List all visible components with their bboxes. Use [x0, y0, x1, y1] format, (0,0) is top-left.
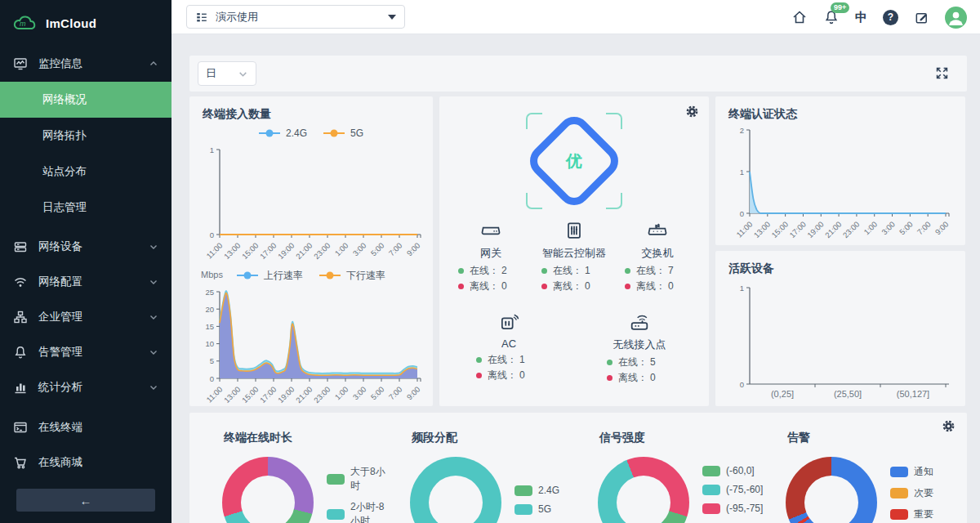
- org-selector-value: 演示使用: [216, 10, 381, 25]
- gateway-icon: [479, 219, 502, 242]
- switch-icon: [646, 219, 669, 242]
- alarm-section: 告警 通知次要重要: [766, 424, 954, 523]
- legend-item[interactable]: 5G: [514, 503, 559, 515]
- viewfinder-corner: [606, 193, 622, 209]
- device-offline-stat: 离线：0: [458, 279, 523, 294]
- settings-button[interactable]: [685, 105, 699, 122]
- language-toggle[interactable]: 中: [855, 10, 867, 25]
- legend-label: (-75,-60]: [726, 484, 763, 495]
- sidebar-item-alarm-management[interactable]: 告警管理: [0, 334, 172, 369]
- svg-text:19:00: 19:00: [276, 241, 296, 262]
- legend-item[interactable]: 2.4G: [514, 485, 559, 496]
- svg-text:0: 0: [210, 230, 214, 239]
- sidebar-item-monitoring[interactable]: 监控信息: [0, 46, 172, 82]
- svg-text:9:00: 9:00: [933, 220, 951, 237]
- svg-text:7:00: 7:00: [387, 385, 404, 402]
- legend-item[interactable]: 2小时-8小时: [327, 500, 390, 523]
- app-logo[interactable]: m ImCloud: [0, 0, 172, 46]
- active-devices-card: 活跃设备 01(0,25](25,50](50,127]: [715, 251, 965, 406]
- online-duration-section: 终端在线时长 大于8小时2小时-8小时30分钟-2小时: [203, 424, 390, 523]
- svg-text:15:00: 15:00: [240, 385, 261, 405]
- online-duration-legend: 大于8小时2小时-8小时30分钟-2小时: [327, 465, 390, 523]
- online-duration-donut: [222, 457, 314, 523]
- legend-item[interactable]: (-60,0]: [702, 465, 763, 476]
- alarm-legend: 通知次要重要: [890, 465, 933, 521]
- dashboard-control-bar: 日: [189, 56, 967, 92]
- legend-label: 5G: [350, 127, 363, 139]
- help-button[interactable]: ?: [883, 10, 898, 25]
- legend-marker: [702, 466, 720, 476]
- legend-item[interactable]: (-95,-75]: [702, 503, 763, 514]
- legend-item[interactable]: 通知: [890, 465, 933, 479]
- svg-text:2: 2: [740, 126, 744, 135]
- offline-dot: [458, 284, 464, 289]
- sidebar-item-enterprise-management[interactable]: 企业管理: [0, 299, 172, 334]
- terminal-access-legend: 2.4G5G: [189, 123, 433, 143]
- topbar: 演示使用 99+ 中 ?: [172, 0, 980, 34]
- health-grade-text: 优: [566, 150, 582, 172]
- svg-text:1:00: 1:00: [333, 241, 350, 258]
- org-selector-dropdown[interactable]: 演示使用: [186, 5, 405, 29]
- sidebar-item-log-management[interactable]: 日志管理: [0, 190, 172, 226]
- legend-label: (-60,0]: [726, 465, 755, 476]
- svg-text:1: 1: [210, 145, 214, 154]
- device-name: AC: [501, 337, 516, 350]
- sidebar-item-label: 统计分析: [38, 380, 82, 395]
- svg-text:15:00: 15:00: [769, 220, 790, 240]
- device-status-row-1: 网关 在线：2 离线：0 智能云控制器 在线：1 离线：0: [439, 219, 709, 294]
- device-offline-stat: 离线：0: [607, 370, 672, 386]
- distribution-card: 终端在线时长 大于8小时2小时-8小时30分钟-2小时 频段分配 2.4G5G …: [189, 413, 967, 523]
- svg-text:7:00: 7:00: [387, 241, 404, 258]
- sidebar-item-site-distribution[interactable]: 站点分布: [0, 154, 172, 190]
- online-dot: [458, 268, 464, 274]
- legend-item[interactable]: (-75,-60]: [702, 484, 763, 495]
- ac-icon: [497, 311, 520, 333]
- svg-text:3:00: 3:00: [351, 385, 368, 402]
- legend-label: 上行速率: [264, 269, 303, 283]
- legend-item[interactable]: 上行速率: [237, 269, 303, 283]
- svg-text:25: 25: [205, 288, 214, 297]
- feedback-button[interactable]: [914, 10, 929, 25]
- legend-item[interactable]: 下行速率: [319, 269, 385, 283]
- svg-text:19:00: 19:00: [805, 220, 826, 240]
- legend-marker: [319, 271, 341, 279]
- legend-item[interactable]: 2.4G: [259, 127, 307, 139]
- controller-icon: [563, 219, 586, 242]
- card-title: 终端认证状态: [715, 96, 965, 122]
- sidebar-item-network-devices[interactable]: 网络设备: [0, 229, 172, 264]
- sidebar-item-online-mall[interactable]: 在线商城: [0, 445, 172, 480]
- svg-text:17:00: 17:00: [258, 385, 278, 405]
- sidebar-submenu: 网络概况 网络拓扑 站点分布 日志管理: [0, 82, 172, 226]
- offline-dot: [476, 373, 482, 378]
- app-name: ImCloud: [46, 16, 96, 30]
- svg-text:9:00: 9:00: [405, 241, 422, 258]
- legend-item[interactable]: 次要: [890, 486, 933, 500]
- sidebar-item-online-terminals[interactable]: 在线终端: [0, 409, 172, 445]
- svg-text:19:00: 19:00: [276, 385, 296, 405]
- legend-label: (-95,-75]: [726, 503, 763, 514]
- fullscreen-button[interactable]: [935, 66, 949, 83]
- home-button[interactable]: [791, 9, 808, 25]
- sidebar-item-network-overview[interactable]: 网络概况: [0, 82, 172, 118]
- online-dot: [476, 357, 482, 363]
- home-icon: [791, 9, 808, 25]
- sidebar-item-statistics[interactable]: 统计分析: [0, 369, 172, 405]
- device-status-row-2: AC 在线：1 离线：0 无线接入点 在线：5 离线：0: [439, 311, 709, 386]
- legend-item[interactable]: 5G: [323, 127, 363, 139]
- legend-item[interactable]: 大于8小时: [327, 465, 390, 493]
- device-name: 无线接入点: [613, 337, 666, 352]
- period-select[interactable]: 日: [198, 61, 256, 86]
- legend-item[interactable]: 重要: [890, 507, 933, 521]
- user-avatar[interactable]: [945, 7, 967, 29]
- sidebar-item-label: 监控信息: [38, 56, 82, 71]
- notifications-button[interactable]: 99+: [823, 9, 840, 25]
- svg-text:23:00: 23:00: [312, 241, 332, 262]
- sidebar-item-label: 在线商城: [38, 455, 82, 470]
- terminal-access-chart: 0111:0013:0015:0017:0019:0021:0023:001:0…: [195, 143, 427, 264]
- sidebar-collapse-button[interactable]: ←: [16, 489, 155, 512]
- legend-marker: [259, 129, 280, 137]
- signal-strength-legend: (-60,0](-75,-60](-95,-75]: [702, 465, 763, 514]
- device-online-stat: 在线：2: [458, 263, 523, 279]
- sidebar-item-network-config[interactable]: 网络配置: [0, 264, 172, 299]
- sidebar-item-network-topology[interactable]: 网络拓扑: [0, 118, 172, 154]
